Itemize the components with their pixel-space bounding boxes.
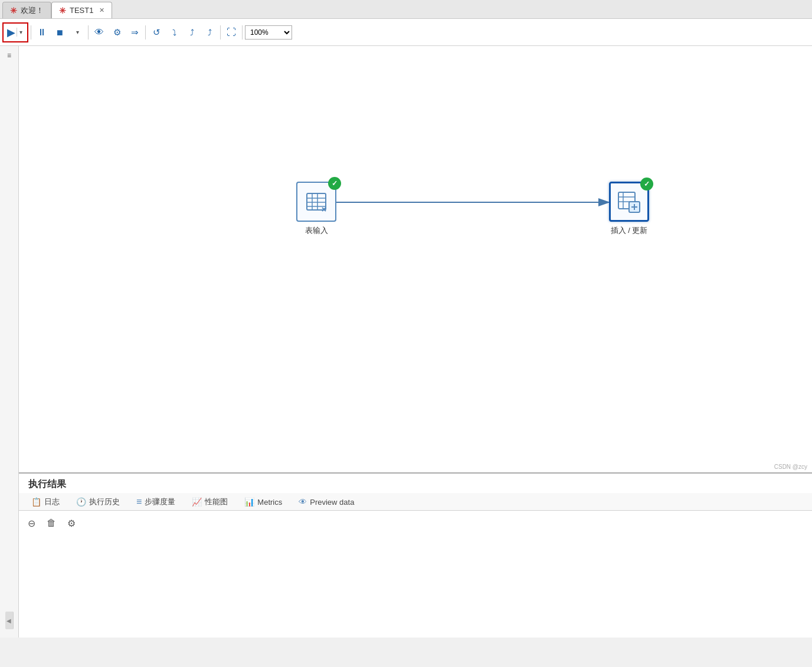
bottom-tab-history[interactable]: 🕐 执行历史 [68,493,127,510]
bottom-tab-stepmetrics-label: 步骤度量 [145,497,175,507]
extract-button[interactable]: ⤴ [184,24,200,41]
collapse-button[interactable]: ⊖ [24,515,39,531]
table-input-icon [304,190,328,213]
node-table-input-status: ✓ [328,177,341,190]
bottom-tab-preview[interactable]: 👁 Preview data [291,494,362,510]
tab-test1-close[interactable]: ✕ [99,6,104,14]
bottom-tab-history-label: 执行历史 [89,497,120,507]
reset-icon: ↺ [153,27,161,38]
perfgraph-icon: 📈 [192,497,202,507]
inject-button[interactable]: ⤵ [166,24,182,41]
toolbar-divider-4 [220,25,221,40]
bottom-tab-perfgraph[interactable]: 📈 性能图 [184,493,235,510]
bottom-tab-metrics-label: Metrics [257,498,282,507]
reset-button[interactable]: ↺ [148,24,165,41]
node-insert-update-status: ✓ [640,178,653,190]
log-icon: 📋 [31,497,41,507]
stop-icon: ⏹ [55,28,64,37]
play-dropdown-button[interactable]: ▾ [17,28,25,37]
node-table-input[interactable]: ✓ 表输入 [296,182,336,236]
bottom-content: ⊖ 🗑 ⚙ [19,511,812,638]
left-sidebar: ≡ ◀ [0,46,19,638]
stop-button[interactable]: ⏹ [51,24,68,41]
watermark: CSDN @zcy [774,464,807,470]
bottom-tab-metrics[interactable]: 📊 Metrics [237,494,290,510]
inject-icon: ⤵ [172,28,176,37]
stepmetrics-icon: ≡ [136,497,142,507]
trash-icon: 🗑 [47,518,56,528]
bottom-panel: 执行结果 📋 日志 🕐 执行历史 ≡ 步骤度量 📈 性能图 [19,472,812,638]
pause-button[interactable]: ⏸ [34,24,50,41]
dropdown-arrow-icon: ▾ [19,29,22,35]
eye-icon: 👁 [94,27,104,38]
tab-welcome-icon: ✳ [10,6,17,15]
play-icon: ▶ [7,26,15,39]
fit-icon: ⛶ [227,27,236,38]
insert-update-icon [617,190,641,213]
node-insert-update-label: 插入 / 更新 [611,225,648,236]
tab-bar: ✳ 欢迎！ ✳ TEST1 ✕ [0,0,812,19]
debug-icon: ⚙ [113,27,121,38]
bottom-panel-title: 执行结果 [19,474,812,493]
pause-icon: ⏸ [37,27,47,38]
stop-dropdown-button[interactable]: ▾ [69,24,86,41]
bottom-tab-log[interactable]: 📋 日志 [24,493,67,510]
bottom-tab-perfgraph-label: 性能图 [205,497,228,507]
bottom-tab-stepmetrics[interactable]: ≡ 步骤度量 [129,493,183,510]
workflow-canvas[interactable]: ✓ 表输入 [19,46,812,472]
fit-button[interactable]: ⛶ [223,24,240,41]
scroll-icon: ◀ [6,617,11,624]
toolbar: ▶ ▾ ⏸ ⏹ ▾ 👁 ⚙ ⇒ ↺ ⤵ ⤴ ⤴ [0,19,812,46]
sidebar-menu-icon: ≡ [7,51,11,60]
main-layout: ≡ ◀ [0,46,812,638]
preview-button[interactable]: 👁 [91,24,107,41]
tab-test1-label: TEST1 [70,6,93,15]
tab-welcome[interactable]: ✳ 欢迎！ [2,2,51,18]
minus-circle-icon: ⊖ [28,518,35,529]
node-insert-update-box: ✓ [609,182,649,222]
node-table-input-box: ✓ [296,182,336,222]
metrics-icon: 📊 [244,497,254,507]
zoom-select[interactable]: 50% 75% 100% 150% 200% [245,25,292,40]
preview-tab-icon: 👁 [299,497,307,507]
tab-welcome-label: 欢迎！ [21,5,44,16]
clear-button[interactable]: 🗑 [44,515,59,531]
flow-connections [19,46,812,472]
extract-icon: ⤴ [190,28,194,37]
step-button[interactable]: ⇒ [126,24,143,41]
step-icon: ⇒ [131,27,139,38]
play-button[interactable]: ▶ [6,25,17,40]
sidebar-collapse-btn[interactable]: ≡ [2,48,17,63]
bottom-tabs: 📋 日志 🕐 执行历史 ≡ 步骤度量 📈 性能图 📊 Metrics [19,493,812,511]
settings-button[interactable]: ⚙ [64,515,79,531]
toolbar-divider-1 [31,25,31,40]
toolbar-divider-5 [242,25,243,40]
toolbar-divider-3 [145,25,146,40]
toolbar-divider-2 [88,25,89,40]
node-insert-update[interactable]: ✓ 插入 / 更新 [609,182,649,236]
bottom-tab-log-label: 日志 [44,497,60,507]
play-group: ▶ ▾ [2,22,28,42]
bottom-tab-preview-label: Preview data [310,498,354,507]
node-table-input-label: 表输入 [305,225,328,236]
debug-button[interactable]: ⚙ [109,24,125,41]
settings-icon: ⚙ [67,518,76,529]
extract2-button[interactable]: ⤴ [201,24,218,41]
history-icon: 🕐 [76,497,86,507]
tab-test1[interactable]: ✳ TEST1 ✕ [51,2,112,18]
stop-dropdown-arrow-icon: ▾ [76,29,79,35]
tab-test1-icon: ✳ [59,6,66,15]
extract2-icon: ⤴ [208,28,212,37]
scroll-indicator[interactable]: ◀ [5,612,14,629]
